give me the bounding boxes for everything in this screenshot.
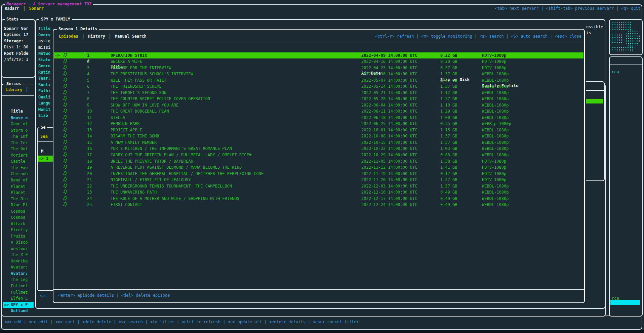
series-item-label: Cosmos xyxy=(11,214,25,221)
episode-size: 0.22 GB xyxy=(440,52,457,59)
episode-number: 8 xyxy=(87,96,89,102)
tab-sonarr[interactable]: Sonarr xyxy=(29,5,44,12)
episode-row[interactable]: 15A NEW FAMILY MEMBER2022-10-15 14:00:00… xyxy=(54,139,583,146)
episode-row[interactable]: 23THE UNWAVERING PATH2022-12-10 14:00:00… xyxy=(54,189,583,196)
bookmark-icon xyxy=(63,96,67,102)
episode-title: INVESTIGATE THE GENERAL HOSPITAL / DECIP… xyxy=(111,171,264,177)
episode-number: 25 xyxy=(87,202,92,208)
bookmark-icon xyxy=(63,140,67,146)
tab-manual-search[interactable]: Manual Search xyxy=(115,33,147,40)
series-item-label: Avatar: xyxy=(11,264,28,270)
series-item-label: Attack xyxy=(11,221,25,227)
episode-row[interactable]: 12PENGUIN PARK2022-06-25 14:00:00 UTC0.3… xyxy=(54,121,583,127)
series-item-label: The Exo xyxy=(11,165,28,171)
episode-size: 1.37 GB xyxy=(440,83,457,90)
episode-row[interactable]: 2SECURE A WIFE2022-04-16 14:00:00 UTC0.2… xyxy=(54,58,583,65)
episode-size: 1.37 GB xyxy=(440,177,457,183)
bookmark-icon xyxy=(63,65,67,72)
episode-row[interactable]: 8THE COUNTER-SECRET POLICE COVER OPERATI… xyxy=(54,96,583,102)
episode-title: THE FRIENDSHIP SCHEME xyxy=(111,83,162,90)
right-panel-separator xyxy=(610,65,642,65)
episode-row[interactable]: 22THE UNDERGROUND TENNIS TOURNAMENT: THE… xyxy=(54,183,583,190)
logo-dots-top xyxy=(612,22,631,31)
episode-title: PROJECT APPLE xyxy=(111,127,142,133)
episode-title: THE COUNTER-SECRET POLICE COVER OPERATIO… xyxy=(111,96,210,102)
episode-row[interactable]: 10THE GREAT DODGEBALL PLAN2022-06-11 14:… xyxy=(54,108,583,115)
right-panel-highlight-bar xyxy=(610,300,640,305)
episode-row[interactable]: 11STELLA2022-06-18 14:00:00 UTC1.00 GBWE… xyxy=(54,115,583,121)
episode-size: 1.43 GB xyxy=(440,77,457,84)
episode-number: 3 xyxy=(87,65,89,71)
episode-row[interactable]: 14DISARM THE TIME BOMB2022-10-08 14:00:0… xyxy=(54,133,583,139)
episode-quality: WEBDL-1080p xyxy=(482,77,509,84)
episode-number: 9 xyxy=(87,102,89,109)
seasons-selected-row-label: => 1 xyxy=(39,156,48,162)
episode-number: 2 xyxy=(87,58,89,65)
episode-size: 0.17 GB xyxy=(440,171,457,177)
episode-row[interactable]: 25FIRST CONTACT2022-12-24 14:00:00 UTC0.… xyxy=(54,202,583,208)
managarr-app: Managarr — A Servarr management TUI Rada… xyxy=(0,0,644,333)
episode-number: 10 xyxy=(87,108,92,115)
series-detail-field: missi xyxy=(38,44,54,51)
episode-row[interactable]: => 1OPERATION STRIX2022-04-09 14:00:00 U… xyxy=(54,52,583,59)
episode-row[interactable]: 5WILL THEY PASS OR FAIL?2022-05-07 14:00… xyxy=(54,77,583,84)
episode-row[interactable]: 7THE TARGET'S SECOND SON2022-05-21 14:00… xyxy=(54,90,583,96)
episode-title: A NEW FAMILY MEMBER xyxy=(111,139,157,146)
episode-row[interactable]: 16YOR'S KITCHEN / THE INFORMANT'S GREAT … xyxy=(54,145,583,152)
episode-row[interactable]: 3PREPARE FOR THE INTERVIEW2022-04-23 14:… xyxy=(54,65,583,71)
episode-quality: WEBDL-1080p xyxy=(482,145,509,152)
episode-row[interactable]: 9SHOW OFF HOW IN LOVE YOU ARE2022-06-04 … xyxy=(54,102,583,109)
episode-size: 0.49 GB xyxy=(440,202,457,208)
episode-size: 1.37 GB xyxy=(440,183,457,190)
tab-library[interactable]: Library xyxy=(5,87,23,93)
seasons-selected-row[interactable]: => 1 xyxy=(38,156,53,162)
episode-quality: WEBDL-1080p xyxy=(482,115,509,121)
episode-size: 1.00 GB xyxy=(440,115,457,121)
bookmark-icon xyxy=(63,78,67,84)
episode-quality: HDTV-1080p xyxy=(482,65,506,71)
series-item-label: The X-F xyxy=(11,252,28,258)
series-item-label: Hanniba xyxy=(11,258,28,264)
episode-row[interactable]: 4THE PRESTIGIOUS SCHOOL'S INTERVIEW2022-… xyxy=(54,71,583,77)
episode-size: 1.37 GB xyxy=(440,96,457,102)
series-detail-field: Title xyxy=(38,26,54,32)
series-item-label: Fruits xyxy=(11,233,25,240)
series-detail-field: Overv xyxy=(38,32,54,38)
series-title: Series xyxy=(5,81,23,87)
episode-row[interactable]: 19A REVENGE PLOT AGAINST DESMOND / MAMA … xyxy=(54,164,583,171)
season-details-popup: Season 1 Details Episodes │ History │ Ma… xyxy=(53,29,585,303)
episode-row[interactable]: 24THE ROLE OF A MOTHER AND WIFE / SHOPPI… xyxy=(54,196,583,202)
series-detail-field: Quali xyxy=(38,94,54,100)
tab-episodes[interactable]: Episodes xyxy=(59,33,78,40)
episode-number: 18 xyxy=(87,158,92,165)
episode-row[interactable]: 21NIGHTFALL / FIRST FIT OF JEALOUSY2022-… xyxy=(54,177,583,183)
episode-title: CARRY OUT THE GRIFFIN PLAN / FULLMETAL L… xyxy=(111,152,251,158)
episode-row[interactable]: 13PROJECT APPLE2022-10-01 14:00:00 UTC1.… xyxy=(54,127,583,133)
episode-number: 19 xyxy=(87,164,92,171)
episode-row[interactable]: 6THE FRIENDSHIP SCHEME2022-05-14 14:00:0… xyxy=(54,83,583,90)
episode-number: 13 xyxy=(87,127,92,133)
series-detail-field: Monit xyxy=(38,107,54,113)
episode-air-date: 2022-11-05 14:00:00 UTC xyxy=(361,158,417,165)
episode-row[interactable]: 17CARRY OUT THE GRIFFIN PLAN / FULLMETAL… xyxy=(54,152,583,158)
series-item-label: Game of xyxy=(11,121,28,127)
tab-radarr[interactable]: Radarr xyxy=(5,5,19,12)
series-item-label: SPY x F xyxy=(11,302,28,308)
episode-number: 23 xyxy=(87,189,92,196)
episode-row[interactable]: 20INVESTIGATE THE GENERAL HOSPITAL / DEC… xyxy=(54,171,583,177)
episode-air-date: 2022-06-04 14:00:00 UTC xyxy=(361,102,417,109)
seasons-tab[interactable]: Sea xyxy=(40,133,48,140)
episode-quality: WEBDL-1080p xyxy=(482,71,509,77)
tab-history[interactable]: History xyxy=(88,33,105,40)
episode-title: THE ROLE OF A MOTHER AND WIFE / SHOPPING… xyxy=(111,196,239,202)
stats-row: Sonarr Ver xyxy=(4,26,33,32)
bookmark-icon xyxy=(63,196,67,202)
episode-number: 24 xyxy=(87,196,92,202)
series-item-label: House o xyxy=(11,115,28,121)
episode-number: 22 xyxy=(87,183,92,190)
series-item-label: Avatar: xyxy=(11,270,28,277)
bookmark-icon xyxy=(63,159,67,165)
series-list-item[interactable]: => SPY x F xyxy=(3,302,34,308)
episode-row[interactable]: 18UNCLE THE PRIVATE TUTOR / DAYBREAK2022… xyxy=(54,158,583,165)
bookmark-icon xyxy=(63,102,67,109)
